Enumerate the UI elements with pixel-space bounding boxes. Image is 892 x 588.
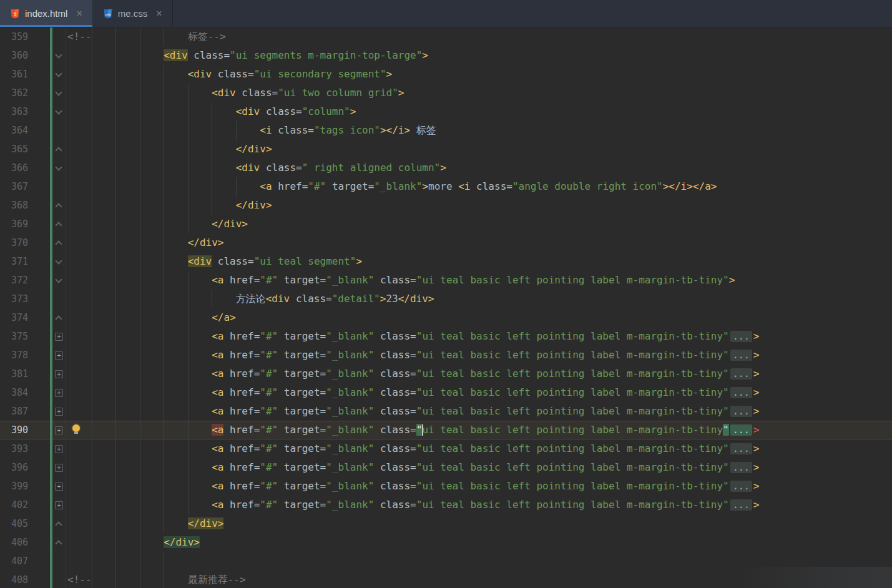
intention-bulb-icon[interactable] <box>71 424 81 434</box>
code-line[interactable]: 362 <div class="ui two column grid"> <box>0 84 892 102</box>
fold-open-icon[interactable] <box>55 277 62 284</box>
code-line[interactable]: 365 </div> <box>0 140 892 159</box>
fold-open-icon[interactable] <box>55 108 62 115</box>
gutter[interactable]: 387 <box>0 402 66 421</box>
gutter[interactable]: 405 <box>0 514 66 533</box>
folded-region-icon[interactable] <box>55 370 63 378</box>
code-line[interactable]: 406 </div> <box>0 533 892 552</box>
code-text[interactable]: <a href="#" target="_blank" class="ui te… <box>66 365 892 383</box>
code-line[interactable]: 366 <div class=" right aligned column"> <box>0 159 892 177</box>
code-line[interactable]: 399 <a href="#" target="_blank" class="u… <box>0 477 892 496</box>
gutter[interactable]: 378 <box>0 346 66 365</box>
code-line[interactable]: 370 </div> <box>0 233 892 252</box>
code-text[interactable]: </div> <box>66 140 892 159</box>
code-text[interactable]: <a href="#" target="_blank" class="ui te… <box>66 402 892 421</box>
gutter[interactable]: 366 <box>0 159 66 177</box>
code-line[interactable]: 378 <a href="#" target="_blank" class="u… <box>0 346 892 365</box>
folded-region-icon[interactable] <box>55 351 63 360</box>
gutter[interactable]: 399 <box>0 477 66 496</box>
gutter[interactable]: 364 <box>0 121 66 140</box>
code-text[interactable]: <div class="column"> <box>66 102 892 121</box>
code-line[interactable]: 390 <a href="#" target="_blank" class="u… <box>0 421 892 439</box>
gutter[interactable]: 359 <box>0 27 66 46</box>
code-line[interactable]: 359<!-- 标签--> <box>0 27 892 46</box>
gutter[interactable]: 368 <box>0 196 66 215</box>
code-line[interactable]: 364 <i class="tags icon"></i> 标签 <box>0 121 892 140</box>
code-text[interactable]: <a href="#" target="_blank" class="ui te… <box>66 383 892 402</box>
gutter[interactable]: 360 <box>0 46 66 65</box>
code-line[interactable]: 402 <a href="#" target="_blank" class="u… <box>0 496 892 514</box>
fold-open-icon[interactable] <box>55 89 62 97</box>
code-line[interactable]: 368 </div> <box>0 196 892 215</box>
code-line[interactable]: 372 <a href="#" target="_blank" class="u… <box>0 271 892 290</box>
code-line[interactable]: 405 </div> <box>0 514 892 533</box>
gutter[interactable]: 367 <box>0 177 66 196</box>
gutter[interactable]: 362 <box>0 84 66 102</box>
fold-end-icon[interactable] <box>55 539 62 546</box>
code-text[interactable]: <a href="#" target="_blank" class="ui te… <box>66 327 892 346</box>
folded-region-icon[interactable] <box>55 408 63 416</box>
code-text[interactable]: <div class=" right aligned column"> <box>66 159 892 177</box>
gutter[interactable]: 374 <box>0 308 66 327</box>
gutter[interactable]: 365 <box>0 140 66 159</box>
gutter[interactable]: 396 <box>0 458 66 477</box>
code-text[interactable]: <a href="#" target="_blank" class="ui te… <box>66 439 892 458</box>
folded-code-placeholder[interactable]: ... <box>730 331 752 342</box>
vcs-added-stripe[interactable] <box>50 27 52 588</box>
code-line[interactable]: 360 <div class="ui segments m-margin-top… <box>0 46 892 65</box>
code-text[interactable]: </div> <box>66 215 892 233</box>
gutter[interactable]: 393 <box>0 439 66 458</box>
folded-code-placeholder[interactable]: ... <box>730 406 752 417</box>
code-text[interactable]: </a> <box>66 308 892 327</box>
code-line[interactable]: 369 </div> <box>0 215 892 233</box>
tab-index-html[interactable]: 5 index.html × <box>0 0 93 27</box>
code-text[interactable]: 方法论<div class="detail">23</div> <box>66 290 892 308</box>
code-text[interactable]: <div class="ui two column grid"> <box>66 84 892 102</box>
gutter[interactable]: 406 <box>0 533 66 552</box>
folded-region-icon[interactable] <box>55 333 63 341</box>
folded-code-placeholder[interactable]: ... <box>730 368 752 380</box>
fold-open-icon[interactable] <box>55 71 62 78</box>
fold-end-icon[interactable] <box>55 202 62 209</box>
folded-code-placeholder[interactable]: ... <box>730 350 752 361</box>
code-text[interactable]: <!-- 标签--> <box>66 27 892 46</box>
gutter[interactable]: 390 <box>0 421 66 439</box>
fold-open-icon[interactable] <box>55 164 62 172</box>
folded-region-icon[interactable] <box>55 389 63 397</box>
code-text[interactable]: <a href="#" target="_blank" class="ui te… <box>66 496 892 514</box>
code-text[interactable]: <a href="#" target="_blank" class="ui te… <box>66 458 892 477</box>
code-line[interactable]: 361 <div class="ui secondary segment"> <box>0 65 892 84</box>
folded-code-placeholder[interactable]: ... <box>730 443 752 454</box>
code-line[interactable]: 396 <a href="#" target="_blank" class="u… <box>0 458 892 477</box>
tab-close-icon[interactable]: × <box>76 9 82 19</box>
folded-region-icon[interactable] <box>55 445 63 453</box>
gutter[interactable]: 370 <box>0 233 66 252</box>
folded-region-icon[interactable] <box>55 464 63 472</box>
editor-pane[interactable]: 359<!-- 标签-->360 <div class="ui segments… <box>0 27 892 588</box>
fold-open-icon[interactable] <box>55 258 62 265</box>
folded-code-placeholder[interactable]: ... <box>730 499 752 511</box>
folded-code-placeholder[interactable]: ... <box>730 424 752 436</box>
code-line[interactable]: 367 <a href="#" target="_blank">more <i … <box>0 177 892 196</box>
gutter[interactable]: 369 <box>0 215 66 233</box>
gutter[interactable]: 371 <box>0 252 66 271</box>
folded-region-icon[interactable] <box>55 483 63 491</box>
gutter[interactable]: 381 <box>0 365 66 383</box>
code-line[interactable]: 393 <a href="#" target="_blank" class="u… <box>0 439 892 458</box>
fold-end-icon[interactable] <box>55 220 62 228</box>
code-line[interactable]: 375 <a href="#" target="_blank" class="u… <box>0 327 892 346</box>
code-line[interactable]: 387 <a href="#" target="_blank" class="u… <box>0 402 892 421</box>
code-line[interactable]: 384 <a href="#" target="_blank" class="u… <box>0 383 892 402</box>
gutter[interactable]: 372 <box>0 271 66 290</box>
code-text[interactable]: <a href="#" target="_blank" class="ui te… <box>66 346 892 365</box>
tab-me-css[interactable]: css me.css × <box>93 0 173 27</box>
fold-end-icon[interactable] <box>55 239 62 247</box>
code-text[interactable]: <i class="tags icon"></i> 标签 <box>66 121 892 140</box>
code-line[interactable]: 373 方法论<div class="detail">23</div> <box>0 290 892 308</box>
gutter[interactable]: 408 <box>0 571 66 588</box>
gutter[interactable]: 373 <box>0 290 66 308</box>
code-text[interactable]: </div> <box>66 233 892 252</box>
gutter[interactable]: 384 <box>0 383 66 402</box>
code-text[interactable]: </div> <box>66 533 892 552</box>
code-text[interactable]: </div> <box>66 196 892 215</box>
